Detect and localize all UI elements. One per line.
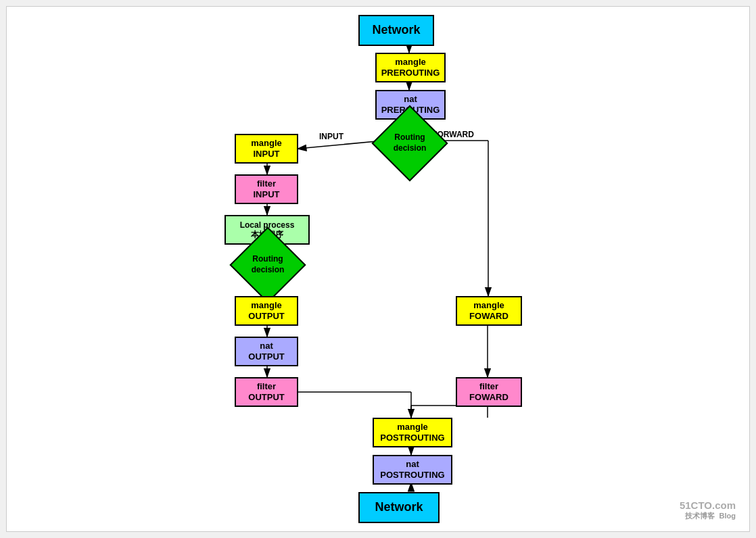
mangle-forward-box: mangleFOWARD: [456, 296, 522, 326]
nat-output-box: natOUTPUT: [235, 337, 298, 366]
mangle-input-box: mangleINPUT: [235, 134, 298, 164]
mangle-output-label: mangleOUTPUT: [248, 300, 284, 321]
network-bottom-label: Network: [375, 500, 423, 515]
routing-decision-local: Routingdecision: [235, 246, 300, 284]
nat-output-label: natOUTPUT: [248, 341, 284, 362]
filter-input-box: filterINPUT: [235, 174, 298, 204]
filter-input-label: filterINPUT: [254, 178, 280, 199]
svg-text:INPUT: INPUT: [319, 132, 344, 141]
mangle-prerouting-box: manglePREROUTING: [375, 53, 446, 82]
mangle-postrouting-label: manglePOSTROUTING: [380, 422, 444, 443]
svg-line-4: [298, 141, 384, 149]
watermark: 51CTO.com 技术博客 Blog: [680, 499, 736, 521]
network-top-label: Network: [372, 23, 420, 38]
watermark-line2: 技术博客 Blog: [680, 511, 736, 521]
filter-forward-box: filterFOWARD: [456, 377, 522, 407]
watermark-line1: 51CTO.com: [680, 499, 736, 511]
mangle-forward-label: mangleFOWARD: [469, 300, 509, 321]
mangle-prerouting-label: manglePREROUTING: [381, 57, 440, 78]
network-top-box: Network: [358, 15, 434, 46]
routing-decision-top: Routingdecision: [377, 124, 442, 162]
filter-forward-label: filterFOWARD: [469, 381, 509, 402]
network-bottom-box: Network: [358, 492, 440, 523]
nat-postrouting-box: natPOSTROUTING: [373, 455, 452, 485]
mangle-output-box: mangleOUTPUT: [235, 296, 298, 326]
filter-output-box: filterOUTPUT: [235, 377, 298, 407]
mangle-input-label: mangleINPUT: [251, 138, 282, 159]
filter-output-label: filterOUTPUT: [248, 381, 284, 402]
nat-postrouting-label: natPOSTROUTING: [380, 459, 444, 480]
mangle-postrouting-box: manglePOSTROUTING: [373, 418, 452, 447]
